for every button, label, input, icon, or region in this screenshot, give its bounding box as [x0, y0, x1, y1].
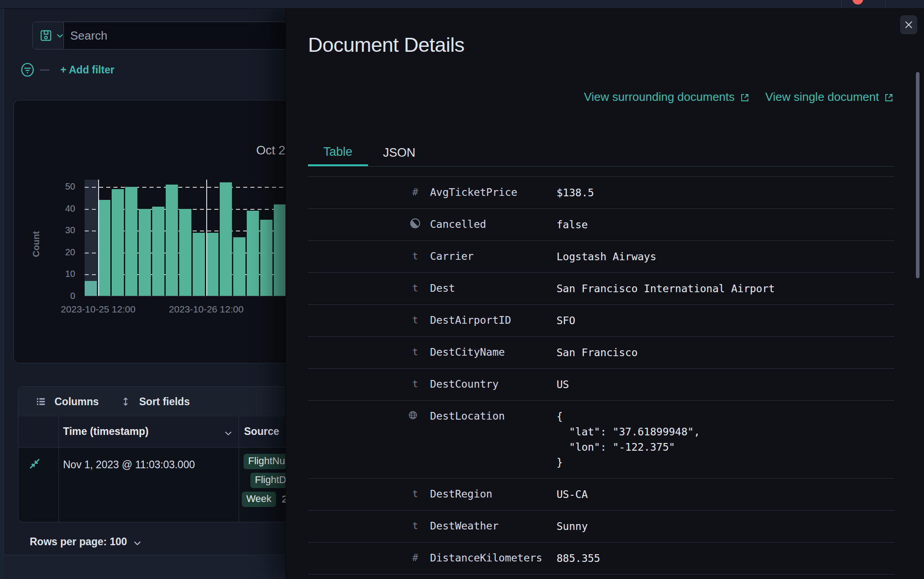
field-name: Dest — [430, 282, 455, 294]
chevron-down-icon[interactable] — [223, 428, 233, 438]
column-border — [59, 416, 59, 522]
histogram-bar[interactable] — [233, 237, 245, 296]
close-flyout-button[interactable] — [900, 15, 917, 34]
top-chrome-bar — [0, 0, 924, 9]
flyout-scrollbar-thumb[interactable] — [916, 72, 919, 278]
doc-field-row: tCarrierLogstash Airways — [308, 241, 894, 273]
number-field-icon: # — [408, 186, 422, 198]
deselected-range-overlay — [85, 180, 98, 296]
field-value: San Francisco International Airport — [557, 281, 894, 296]
x-gridline — [206, 180, 207, 296]
histogram-bar[interactable] — [152, 207, 164, 296]
text-field-icon: t — [408, 346, 422, 357]
histogram-bar[interactable] — [193, 233, 205, 296]
filter-circle-icon[interactable] — [20, 62, 35, 77]
source-field-line: FlightNu — [244, 454, 290, 469]
topbar-divider — [885, 0, 886, 8]
filter-bar: + Add filter — [20, 62, 114, 77]
expand-document-icon[interactable] — [27, 457, 42, 471]
histogram-bar[interactable] — [166, 185, 178, 296]
close-icon — [903, 19, 914, 30]
x-tick-label: 2023-10-26 12:00 — [169, 304, 244, 315]
field-name: Cancelled — [430, 218, 486, 230]
field-name: DestWeather — [430, 520, 498, 532]
add-filter-button[interactable]: + Add filter — [60, 64, 114, 76]
field-value: SFO — [557, 313, 894, 328]
histogram-bar[interactable] — [247, 211, 259, 296]
doc-field-row: tDestCityNameSan Francisco — [308, 337, 894, 369]
field-value: 885.355 — [557, 551, 894, 566]
text-field-icon: t — [408, 520, 422, 531]
notification-badge-icon[interactable] — [852, 0, 863, 5]
boolean-field-icon — [408, 218, 422, 231]
histogram-bar[interactable] — [125, 187, 137, 296]
sort-fields-button-label: Sort fields — [139, 396, 190, 408]
field-value: false — [557, 217, 894, 232]
column-border — [239, 416, 239, 522]
histogram-bar[interactable] — [139, 209, 151, 296]
tab-json[interactable]: JSON — [368, 140, 431, 166]
field-name: DestLocation — [430, 410, 505, 422]
doc-field-row: #DistanceMiles550.134 — [308, 574, 894, 579]
time-cell[interactable]: Nov 1, 2023 @ 11:03:03.000 — [63, 459, 195, 471]
y-tick-label: 30 — [41, 225, 75, 235]
sort-fields-button[interactable]: Sort fields — [120, 387, 190, 416]
field-value: San Francisco — [557, 345, 894, 360]
histogram-bar[interactable] — [206, 233, 218, 296]
histogram-bar[interactable] — [112, 189, 124, 296]
histogram-bar[interactable] — [260, 220, 272, 296]
flyout-tabs: Table JSON — [308, 140, 431, 166]
y-tick-label: 40 — [41, 204, 75, 214]
field-name: DestRegion — [430, 488, 492, 500]
doc-field-row: tDestCountryUS — [308, 369, 894, 401]
save-icon — [39, 29, 53, 42]
source-field-line: Week2 — [242, 492, 287, 507]
saved-query-menu-button[interactable] — [33, 22, 64, 49]
field-name-badge: Week — [242, 492, 276, 507]
search-placeholder: Search — [64, 29, 107, 43]
field-value: US — [557, 377, 894, 392]
y-tick-label: 50 — [41, 181, 75, 192]
histogram-bar[interactable] — [220, 182, 232, 296]
text-field-icon: t — [408, 378, 422, 389]
y-tick-label: 0 — [41, 291, 75, 301]
histogram-bar[interactable] — [274, 204, 286, 296]
external-link-icon — [739, 92, 750, 103]
source-column-header[interactable]: Source — [244, 425, 279, 438]
tab-table[interactable]: Table — [308, 140, 368, 166]
doc-field-row: Cancelledfalse — [308, 209, 894, 241]
view-surrounding-documents-link[interactable]: View surrounding documents — [584, 90, 750, 104]
sort-arrows-icon — [120, 396, 131, 407]
field-value: Sunny — [557, 519, 894, 534]
x-tick-label: 2023-10-25 12:00 — [61, 304, 136, 315]
collapsed-nav-rail[interactable] — [0, 8, 4, 579]
tabs-divider — [308, 166, 894, 167]
view-single-document-link[interactable]: View single document — [765, 90, 894, 104]
doc-field-row: tDestRegionUS-CA — [308, 479, 894, 511]
doc-field-row: #DistanceKilometers885.355 — [308, 543, 894, 574]
time-column-header[interactable]: Time (timestamp) — [63, 425, 149, 438]
field-name: DestAirportID — [430, 314, 511, 326]
chevron-down-icon — [132, 538, 142, 548]
field-name-badge: FlightNu — [244, 454, 290, 469]
document-details-flyout: Document Details View surrounding docume… — [285, 8, 924, 579]
histogram-bar[interactable] — [179, 209, 191, 296]
histogram-bar[interactable] — [98, 200, 110, 296]
field-value: $138.5 — [557, 185, 894, 200]
columns-button[interactable]: Columns — [36, 387, 99, 416]
doc-field-row: #AvgTicketPrice$138.5 — [308, 177, 894, 209]
flyout-actions: View surrounding documents View single d… — [584, 90, 894, 104]
chevron-down-icon — [55, 31, 64, 40]
search-input[interactable]: Search — [64, 22, 295, 49]
field-name: DistanceKilometers — [430, 552, 542, 564]
list-icon — [36, 396, 46, 407]
field-value: Logstash Airways — [557, 249, 894, 264]
rows-per-page-button[interactable]: Rows per page: 100 — [30, 536, 127, 548]
external-link-icon — [883, 92, 894, 103]
document-fields-table: #AvgTicketPrice$138.5CancelledfalsetCarr… — [308, 176, 894, 579]
text-field-icon: t — [408, 488, 422, 499]
text-field-icon: t — [408, 314, 422, 326]
number-field-icon: # — [408, 552, 422, 563]
text-field-icon: t — [408, 282, 422, 294]
columns-button-label: Columns — [54, 396, 99, 408]
